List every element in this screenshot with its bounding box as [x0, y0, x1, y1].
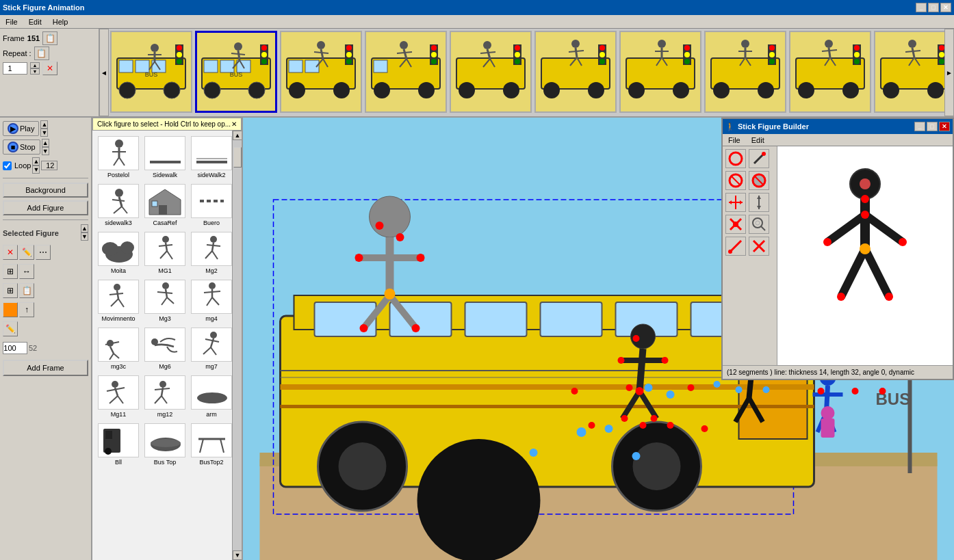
background-button[interactable]: Background — [3, 183, 88, 198]
figure-item-moita[interactable]: Moita — [96, 230, 140, 276]
svg-rect-146 — [152, 201, 157, 206]
figure-item-sidewalk[interactable]: Sidewalk — [143, 135, 187, 180]
sel-fig-scroll-down[interactable]: ▼ — [81, 232, 88, 241]
figure-item-sidewalk2[interactable]: sideWalk2 — [190, 135, 232, 180]
canvas-area[interactable]: BUS — [243, 118, 954, 560]
figure-item-mg3c[interactable]: mg3c — [96, 326, 140, 371]
layer-up-tool[interactable]: ↑ — [19, 302, 34, 317]
sfb-zoom-tool[interactable] — [749, 215, 769, 234]
play-button[interactable]: ▶ Play — [3, 121, 39, 136]
flip-tool[interactable]: ↔ — [19, 264, 34, 279]
library-scroll-area[interactable]: Postelol Sidewalk — [92, 131, 232, 560]
zoom-input[interactable] — [3, 342, 27, 354]
menu-edit[interactable]: Edit — [26, 17, 44, 27]
sfb-line-tool[interactable] — [749, 149, 769, 168]
sfb-redslash-tool[interactable] — [725, 237, 746, 256]
sfb-minimize[interactable]: _ — [914, 122, 925, 131]
sfb-redx2-tool[interactable] — [749, 237, 769, 256]
play-scroll-down[interactable]: ▼ — [40, 129, 48, 137]
figure-item-mg4[interactable]: mg4 — [190, 278, 232, 323]
svg-line-142 — [114, 206, 122, 213]
copy-tool[interactable]: ⊞ — [3, 283, 18, 298]
close-button[interactable]: ✕ — [940, 3, 951, 12]
repeat-spinner[interactable]: ▲ ▼ — [30, 62, 40, 75]
figure-item-bustop[interactable]: Bus Top — [143, 422, 187, 467]
spin-down[interactable]: ▼ — [30, 68, 40, 75]
menu-file[interactable]: File — [3, 17, 21, 27]
figure-item-bustop2[interactable]: BusTop2 — [190, 422, 232, 467]
sfb-gray-tool[interactable] — [749, 171, 769, 190]
stop-scroll-up[interactable]: ▲ — [42, 139, 49, 147]
delete-figure-tool[interactable]: ✕ — [3, 245, 18, 260]
sfb-resize-tool[interactable] — [725, 193, 746, 212]
loop-scroll-down[interactable]: ▼ — [32, 165, 40, 174]
frame-thumb-9[interactable] — [789, 31, 871, 113]
frame-thumb-4[interactable] — [365, 31, 447, 113]
figure-item-sidewalk3[interactable]: sidewalk3 — [96, 183, 140, 228]
figure-item-arm[interactable]: arm — [190, 374, 232, 419]
figure-item-casaref[interactable]: CasaRef — [143, 183, 187, 228]
edit-figure-tool[interactable]: ✏️ — [19, 245, 34, 260]
sfb-menu-file[interactable]: File — [725, 135, 743, 145]
svg-line-75 — [576, 48, 577, 57]
sfb-updown-tool[interactable] — [749, 193, 769, 212]
figure-item-mg12[interactable]: mg12 — [143, 374, 187, 419]
sfb-redx-tool[interactable] — [725, 215, 746, 234]
spin-up[interactable]: ▲ — [30, 62, 40, 68]
maximize-button[interactable]: □ — [928, 3, 939, 12]
menu-help[interactable]: Help — [50, 17, 71, 27]
frame-copy-button[interactable]: 📋 — [42, 31, 57, 45]
loop-scroll-up[interactable]: ▲ — [32, 157, 40, 165]
figure-item-mg2[interactable]: Mg2 — [190, 230, 232, 276]
delete-frame-button[interactable]: ✕ — [42, 62, 57, 75]
minimize-button[interactable]: _ — [916, 3, 927, 12]
figure-item-buero[interactable]: Buero — [190, 183, 232, 228]
frame-thumb-6[interactable] — [534, 31, 617, 113]
svg-point-244 — [360, 324, 368, 332]
frame-thumb-10[interactable] — [874, 31, 944, 113]
color-tool[interactable] — [3, 302, 18, 317]
figure-library: Click figure to select - Hold Ctrl to ke… — [92, 118, 243, 560]
figure-item-mg1[interactable]: MG1 — [143, 230, 187, 276]
sfb-circle-tool[interactable] — [725, 149, 746, 168]
figure-item-postelol[interactable]: Postelol — [96, 135, 140, 180]
frame-scroll-right[interactable]: ► — [944, 29, 954, 116]
figure-item-mg3[interactable]: Mg3 — [143, 278, 187, 323]
figure-item-mg6[interactable]: Mg6 — [143, 326, 187, 371]
stop-scroll-down[interactable]: ▼ — [42, 147, 49, 155]
repeat-copy-button[interactable]: 📋 — [34, 46, 49, 60]
svg-point-105 — [769, 52, 775, 57]
frame-thumb-7[interactable] — [619, 31, 701, 113]
frame-thumb-2[interactable]: BUS — [195, 31, 277, 113]
frame-thumb-1[interactable]: BUS — [110, 31, 192, 113]
sfb-close[interactable]: ✕ — [939, 122, 950, 131]
repeat-input[interactable] — [3, 62, 27, 75]
add-figure-button[interactable]: Add Figure — [3, 200, 88, 215]
sfb-nofill-tool[interactable] — [725, 171, 746, 190]
lib-scroll-track[interactable] — [233, 140, 242, 550]
figure-item-mg11[interactable]: Mg11 — [96, 374, 140, 419]
sfb-maximize[interactable]: □ — [927, 122, 938, 131]
library-close-btn[interactable]: ✕ — [231, 120, 237, 128]
loop-checkbox[interactable] — [3, 161, 12, 170]
lib-scroll-up[interactable]: ▲ — [233, 131, 242, 140]
figure-item-mg7[interactable]: mg7 — [190, 326, 232, 371]
stop-button[interactable]: ■ Stop — [3, 139, 40, 155]
frame-scroll-left[interactable]: ◄ — [99, 29, 109, 116]
figure-item-movimnento[interactable]: Movimnento — [96, 278, 140, 323]
figure-item-bll[interactable]: Bll — [96, 422, 140, 467]
paste-tool[interactable]: 📋 — [19, 283, 34, 298]
frame-thumb-3[interactable] — [280, 31, 362, 113]
lib-scroll-thumb[interactable] — [233, 147, 242, 168]
lib-scroll-down[interactable]: ▼ — [233, 550, 242, 560]
add-frame-button[interactable]: Add Frame — [3, 360, 88, 376]
more-tools-btn[interactable]: ⋯ — [36, 245, 51, 260]
sel-fig-scroll-up[interactable]: ▲ — [81, 224, 88, 232]
frame-thumb-5[interactable] — [450, 31, 532, 113]
sfb-menu-edit[interactable]: Edit — [749, 135, 767, 145]
frame-thumb-8[interactable] — [704, 31, 786, 113]
pencil-tool[interactable]: ✏️ — [3, 321, 18, 336]
play-scroll-up[interactable]: ▲ — [40, 120, 48, 129]
selected-figure-label: Selected Figure — [3, 229, 59, 237]
clone-tool[interactable]: ⊞ — [3, 264, 18, 279]
